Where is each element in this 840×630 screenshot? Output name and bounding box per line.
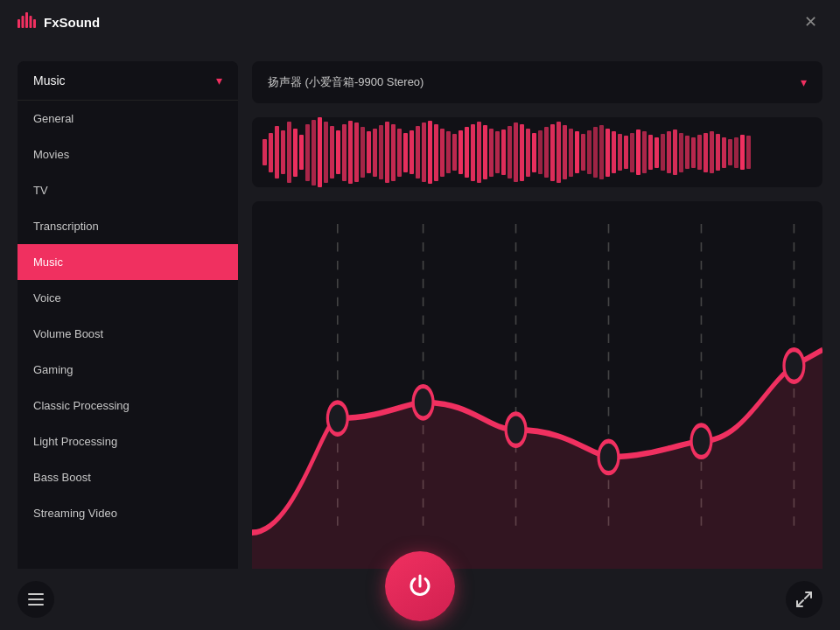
viz-bar — [593, 127, 598, 178]
eq-area: 650 Hz1.20 kHz2.13 kHz4.55 kHz6.85 kHz16… — [252, 201, 822, 612]
preset-selected-label: Music — [33, 74, 66, 88]
viz-bar — [373, 129, 377, 177]
viz-bar — [544, 127, 549, 178]
speaker-dropdown[interactable]: 扬声器 (小爱音箱-9900 Stereo) ▾ — [252, 61, 822, 103]
viz-bar — [416, 126, 420, 178]
hamburger-line-2 — [28, 598, 44, 600]
viz-bar — [305, 124, 310, 181]
menu-item-gaming[interactable]: Gaming — [18, 352, 238, 388]
viz-bar — [581, 134, 585, 171]
viz-bar — [471, 124, 475, 181]
viz-bar — [336, 130, 340, 174]
menu-item-voice[interactable]: Voice — [18, 280, 238, 316]
viz-bar — [654, 137, 659, 168]
viz-bar — [465, 127, 469, 178]
viz-bar — [587, 130, 592, 174]
viz-bar — [428, 121, 432, 184]
viz-bar — [532, 133, 536, 172]
menu-item-light-processing[interactable]: Light Processing — [18, 424, 238, 459]
svg-rect-0 — [18, 19, 20, 28]
viz-bar — [330, 126, 334, 178]
hamburger-line-3 — [28, 604, 44, 606]
viz-bar — [630, 133, 634, 172]
viz-bar — [397, 129, 402, 177]
viz-bar — [514, 122, 518, 182]
viz-bar — [618, 134, 622, 171]
viz-bar — [710, 131, 714, 173]
svg-point-16 — [784, 350, 804, 382]
viz-bar — [716, 134, 720, 171]
viz-bar — [550, 124, 555, 181]
menu-item-transcription[interactable]: Transcription — [18, 208, 238, 244]
menu-item-tv[interactable]: TV — [18, 172, 238, 208]
viz-bar — [477, 122, 481, 183]
menu-item-music[interactable]: Music — [18, 244, 238, 280]
viz-bar — [403, 133, 408, 172]
viz-bar — [704, 133, 708, 172]
viz-bar — [563, 125, 567, 179]
svg-point-15 — [691, 425, 711, 458]
viz-bar — [281, 130, 285, 174]
viz-bar — [287, 122, 291, 183]
viz-bar — [648, 135, 653, 170]
viz-bar — [740, 135, 745, 170]
preset-dropdown-arrow: ▾ — [216, 74, 222, 88]
hamburger-menu-button[interactable] — [18, 581, 54, 618]
menu-item-streaming-video[interactable]: Streaming Video — [18, 495, 238, 531]
svg-rect-2 — [25, 12, 28, 28]
menu-item-bass-boost[interactable]: Bass Boost — [18, 459, 238, 495]
viz-bar — [489, 129, 494, 177]
preset-menu-list: GeneralMoviesTVTranscriptionMusicVoiceVo… — [18, 101, 238, 531]
menu-item-classic-processing[interactable]: Classic Processing — [18, 388, 238, 424]
viz-bar — [262, 139, 267, 165]
viz-bar — [661, 134, 665, 171]
viz-bar — [367, 131, 371, 173]
menu-item-movies[interactable]: Movies — [18, 136, 238, 172]
viz-bar — [667, 131, 671, 173]
viz-bar — [734, 137, 738, 168]
viz-bar — [452, 134, 457, 171]
viz-bar — [556, 122, 561, 183]
viz-bar — [446, 131, 451, 173]
preset-dropdown-header[interactable]: Music ▾ — [18, 61, 238, 101]
power-icon — [406, 572, 434, 600]
viz-bar — [636, 130, 640, 175]
svg-point-12 — [413, 387, 433, 419]
speaker-label: 扬声器 (小爱音箱-9900 Stereo) — [268, 74, 424, 90]
viz-bar — [538, 130, 542, 174]
compress-icon — [796, 592, 812, 607]
viz-bar — [691, 137, 696, 168]
viz-bar — [673, 130, 677, 175]
viz-bar — [599, 125, 604, 179]
svg-rect-1 — [22, 16, 24, 28]
viz-bar — [508, 126, 512, 178]
viz-bar — [440, 129, 444, 177]
close-button[interactable]: ✕ — [798, 10, 822, 34]
viz-bar — [679, 133, 683, 172]
eq-curve — [252, 201, 822, 612]
title-bar: FxSound ✕ — [0, 0, 840, 44]
bottom-bar — [0, 569, 840, 630]
viz-bar — [569, 129, 573, 177]
hamburger-line-1 — [28, 593, 44, 595]
right-panel: 扬声器 (小爱音箱-9900 Stereo) ▾ — [252, 61, 822, 612]
viz-bar — [293, 129, 298, 177]
viz-bar — [483, 125, 487, 179]
viz-bar — [458, 130, 463, 174]
viz-bar — [575, 131, 579, 173]
viz-bar — [360, 127, 365, 178]
compress-button[interactable] — [786, 581, 822, 618]
viz-bar — [342, 124, 346, 181]
viz-bar — [746, 136, 751, 169]
menu-item-general[interactable]: General — [18, 101, 238, 136]
menu-item-volume-boost[interactable]: Volume Boost — [18, 316, 238, 352]
viz-bar — [410, 130, 414, 174]
viz-bar — [520, 124, 524, 181]
viz-bar — [422, 122, 426, 182]
viz-bar — [434, 124, 438, 181]
main-content: Music ▾ GeneralMoviesTVTranscriptionMusi… — [0, 44, 840, 630]
power-button[interactable] — [385, 551, 455, 621]
viz-bar — [312, 120, 316, 186]
viz-bar — [728, 139, 732, 165]
viz-bar — [348, 121, 353, 184]
